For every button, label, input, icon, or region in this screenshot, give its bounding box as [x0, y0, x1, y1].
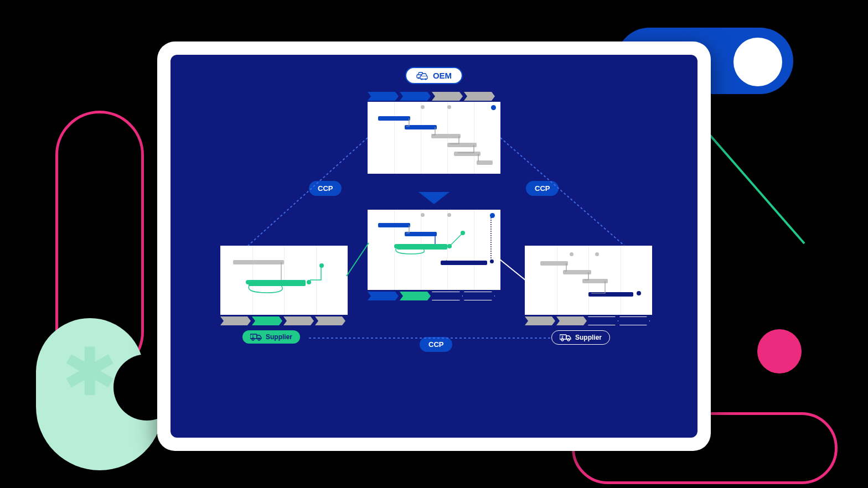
chevron-segment	[400, 292, 431, 300]
chevron-segment	[525, 316, 555, 325]
down-arrow-icon	[418, 192, 450, 204]
tablet-frame: OEM	[157, 41, 711, 451]
chevron-segment	[556, 316, 587, 325]
chevron-segment	[464, 92, 495, 101]
chevron-segment	[432, 292, 463, 300]
truck-icon: 2	[560, 334, 572, 341]
tablet-screen: OEM	[170, 55, 698, 438]
chevron-segment	[588, 316, 618, 325]
svg-point-13	[561, 339, 564, 341]
gantt-panel-center	[368, 210, 500, 290]
svg-point-14	[567, 339, 570, 341]
ccp-badge-right: CCP	[526, 181, 559, 196]
ccp-label: CCP	[318, 184, 333, 193]
chevron-segment	[315, 316, 345, 325]
svg-point-10	[258, 338, 260, 340]
supplier-2-badge: 2 Supplier	[551, 330, 610, 345]
supplier-label: Supplier	[266, 333, 292, 341]
supplier-label: Supplier	[575, 334, 602, 341]
truck-icon: 1	[250, 333, 262, 341]
chevron-segment	[368, 92, 399, 101]
svg-line-19	[500, 259, 526, 281]
oem-label: OEM	[433, 71, 452, 80]
center-chevron-bar	[368, 292, 495, 300]
chevron-segment	[432, 92, 463, 101]
ccp-label: CCP	[535, 184, 550, 193]
right-chevron-bar	[525, 316, 650, 325]
svg-point-9	[252, 338, 254, 340]
white-circle	[733, 38, 782, 86]
gantt-panel-supplier-2	[525, 246, 652, 315]
left-chevron-bar	[220, 316, 345, 325]
cars-icon	[416, 71, 428, 80]
chevron-segment	[252, 316, 282, 325]
chevron-segment	[619, 316, 650, 325]
ccp-badge-left: CCP	[309, 181, 342, 196]
gantt-panel-supplier-1	[220, 246, 348, 315]
chevron-segment	[368, 292, 399, 300]
chevron-segment	[464, 292, 495, 300]
ccp-label: CCP	[428, 340, 443, 349]
ccp-badge-bottom: CCP	[420, 337, 452, 352]
chevron-segment	[400, 92, 431, 101]
oem-badge: OEM	[405, 67, 463, 84]
supplier-1-badge: 1 Supplier	[242, 330, 300, 344]
svg-line-16	[248, 138, 368, 246]
svg-line-18	[347, 243, 369, 276]
gantt-panel-oem	[368, 102, 500, 174]
svg-point-6	[425, 78, 426, 80]
top-chevron-bar	[368, 92, 495, 101]
svg-point-2	[417, 77, 419, 79]
pink-circle	[757, 329, 802, 373]
svg-text:2: 2	[561, 335, 564, 339]
svg-text:1: 1	[252, 335, 254, 338]
svg-line-17	[500, 138, 624, 246]
svg-point-5	[421, 78, 422, 80]
chevron-segment	[220, 316, 251, 325]
chevron-segment	[283, 316, 314, 325]
